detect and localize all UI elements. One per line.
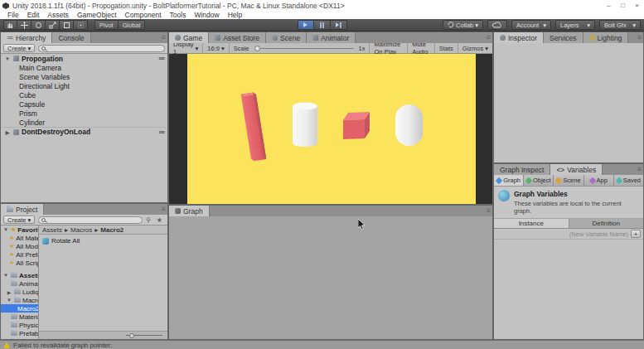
hierarchy-item-cylinder[interactable]: Cylinder (1, 118, 167, 127)
hierarchy-item-directional-light[interactable]: Directional Light (1, 81, 167, 90)
scale-tool-button[interactable] (46, 20, 60, 30)
maximize-on-play-toggle[interactable]: Maximize On Play (369, 43, 408, 54)
menu-edit[interactable]: Edit (23, 11, 44, 19)
folder-prefabs[interactable]: Prefabs (1, 329, 38, 337)
menu-tools[interactable]: Tools (166, 11, 191, 19)
favorites-root[interactable]: ▼★Favorites (1, 225, 38, 234)
hierarchy-item-cube[interactable]: Cube (1, 90, 167, 99)
project-search-input[interactable] (38, 216, 143, 224)
layers-dropdown[interactable]: Layers▾ (555, 20, 595, 30)
folder-ludiq[interactable]: ▶Ludiq (1, 288, 38, 296)
step-button[interactable] (331, 20, 347, 30)
hierarchy-item-scene-variables[interactable]: Scene Variables (1, 72, 167, 81)
display-dropdown[interactable]: Display 1▾ (169, 43, 203, 54)
tab-hierarchy[interactable]: ≔Hierarchy (1, 32, 52, 43)
thumbnail-size-slider[interactable] (126, 335, 162, 336)
menu-help[interactable]: Help (224, 11, 246, 19)
menu-file[interactable]: File (3, 11, 23, 19)
breadcrumb-macros[interactable]: Macros (70, 226, 92, 234)
folder-physics[interactable]: Physics (1, 321, 38, 329)
breadcrumb-macro2[interactable]: Macro2 (100, 226, 123, 234)
stats-toggle[interactable]: Stats (435, 43, 458, 54)
close-button[interactable]: × (630, 0, 644, 11)
hierarchy-item-main-camera[interactable]: Main Camera (1, 63, 167, 72)
tab-graph-inspector[interactable]: Graph Inspect (494, 164, 550, 175)
hierarchy-scene-row[interactable]: ▼ Propogation ≔ (1, 54, 167, 63)
collab-button[interactable]: Collab▾ (443, 20, 483, 30)
menu-assets[interactable]: Assets (43, 11, 73, 19)
favorites-all-models[interactable]: ★All Models (1, 242, 38, 250)
search-filter-icon[interactable]: ⚲ (146, 216, 153, 224)
scale-slider[interactable] (254, 48, 354, 49)
tab-definition[interactable]: Definition (569, 219, 644, 228)
favorites-all-materials[interactable]: ★All Materials (1, 234, 38, 242)
scope-scene-button[interactable]: Scene (554, 175, 583, 186)
panel-menu-icon[interactable]: ≡ (637, 34, 642, 41)
hierarchy-create-button[interactable]: Create▾ (3, 44, 35, 52)
tab-scene[interactable]: Scene (266, 32, 307, 43)
maximize-button[interactable]: □ (616, 0, 630, 11)
menu-component[interactable]: Component (121, 11, 166, 19)
global-toggle[interactable]: Global (119, 20, 146, 30)
slider-knob[interactable] (129, 333, 134, 338)
hierarchy-item-capsule[interactable]: Capsule (1, 99, 167, 109)
tab-variables[interactable]: <>Variables (550, 164, 603, 175)
hand-tool-button[interactable] (3, 20, 17, 30)
game-viewport[interactable] (169, 54, 492, 204)
account-dropdown[interactable]: Account▾ (511, 20, 551, 30)
scope-graph-button[interactable]: Graph (494, 175, 524, 186)
menu-window[interactable]: Window (190, 11, 223, 19)
rotate-tool-button[interactable] (31, 20, 46, 30)
expand-icon[interactable]: ▼ (4, 56, 11, 61)
gizmos-dropdown[interactable]: Gizmos▾ (458, 43, 492, 54)
tab-graph[interactable]: Graph (169, 206, 210, 216)
scope-app-button[interactable]: App (584, 175, 614, 186)
favorites-all-scripts[interactable]: ★All Scripts (1, 259, 38, 267)
folder-macros[interactable]: ▼Macros (1, 296, 38, 304)
scope-saved-button[interactable]: Saved (614, 175, 643, 186)
new-variable-input[interactable]: (New Variable Name) (569, 230, 628, 238)
folder-animations[interactable]: Animations (1, 279, 38, 288)
tab-instance[interactable]: Instance (494, 219, 569, 228)
asset-rotate-all[interactable]: Rotate All (42, 237, 80, 245)
collapse-icon[interactable]: ▶ (4, 129, 11, 135)
tab-lighting[interactable]: Lighting (583, 32, 629, 43)
project-create-button[interactable]: Create▾ (3, 216, 35, 224)
tab-console[interactable]: Console (52, 32, 90, 43)
breadcrumb-assets[interactable]: Assets (42, 226, 62, 234)
play-button[interactable] (298, 20, 314, 30)
menu-gameobject[interactable]: GameObject (73, 11, 121, 19)
hierarchy-dontdestroy-row[interactable]: ▶ DontDestroyOnLoad ≔ (1, 127, 167, 136)
add-variable-button[interactable]: + (631, 230, 641, 238)
aspect-dropdown[interactable]: 16:9▾ (203, 43, 229, 54)
panel-menu-icon[interactable]: ≡ (162, 34, 166, 41)
rect-tool-button[interactable] (60, 20, 74, 30)
graph-canvas[interactable] (169, 216, 492, 339)
scene-menu-icon[interactable]: ≔ (158, 128, 167, 136)
pause-button[interactable] (314, 20, 331, 30)
layout-dropdown[interactable]: Bolt Gfx▾ (599, 20, 641, 30)
tab-inspector[interactable]: Inspector (494, 32, 544, 43)
folder-materials[interactable]: Materials (1, 313, 38, 321)
status-bar[interactable]: Failed to revalidate graph pointer: (0, 340, 644, 349)
cloud-button[interactable] (487, 20, 507, 30)
assets-root[interactable]: ▼Assets (1, 271, 38, 279)
panel-menu-icon[interactable]: ≡ (487, 34, 491, 41)
hierarchy-item-prism[interactable]: Prism (1, 109, 167, 118)
favorites-all-prefabs[interactable]: ★All Prefabs (1, 250, 38, 259)
tab-services[interactable]: Services (544, 32, 583, 43)
favorite-search-icon[interactable]: ★ (157, 216, 165, 224)
tab-game[interactable]: Game (169, 32, 209, 43)
scene-menu-icon[interactable]: ≔ (158, 55, 167, 62)
tab-animator[interactable]: Animator (307, 32, 356, 43)
panel-menu-icon[interactable]: ≡ (487, 207, 491, 215)
panel-menu-icon[interactable]: ≡ (162, 206, 166, 213)
mute-audio-toggle[interactable]: Mute Audio (408, 43, 435, 54)
panel-menu-icon[interactable]: ≡ (637, 166, 642, 173)
minimize-button[interactable]: – (602, 0, 616, 11)
tab-asset-store[interactable]: Asset Store (209, 32, 266, 43)
scope-object-button[interactable]: Object (524, 175, 554, 186)
move-tool-button[interactable] (17, 20, 31, 30)
asset-macro2[interactable]: Macro2 (1, 304, 38, 313)
tab-project[interactable]: Project (1, 204, 44, 215)
